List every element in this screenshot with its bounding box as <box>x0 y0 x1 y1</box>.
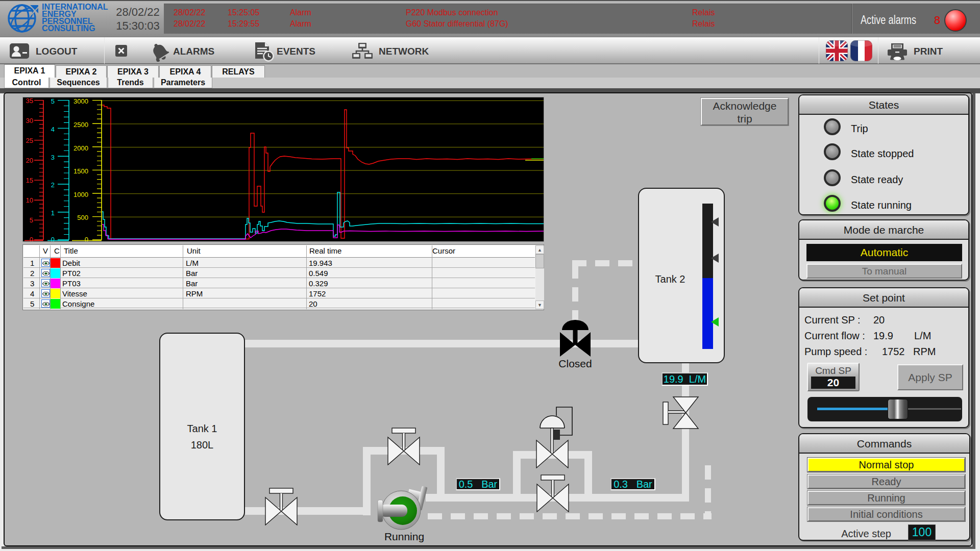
svg-text:0: 0 <box>85 236 88 241</box>
svg-text:5: 5 <box>51 97 55 105</box>
svg-text:25: 25 <box>26 137 33 144</box>
svg-text:2000: 2000 <box>74 144 88 152</box>
svg-text:2500: 2500 <box>74 121 88 129</box>
svg-text:5: 5 <box>30 216 33 224</box>
svg-text:0: 0 <box>51 236 55 241</box>
svg-text:4: 4 <box>51 126 55 133</box>
svg-text:500: 500 <box>77 214 88 221</box>
svg-text:3000: 3000 <box>74 97 88 105</box>
svg-text:30: 30 <box>26 117 33 124</box>
svg-text:3: 3 <box>51 154 55 161</box>
svg-text:20: 20 <box>26 157 33 164</box>
svg-text:10: 10 <box>26 196 33 204</box>
svg-text:1: 1 <box>51 209 55 217</box>
svg-text:2: 2 <box>51 181 55 189</box>
svg-text:0: 0 <box>30 236 33 241</box>
svg-text:35: 35 <box>26 97 33 105</box>
svg-text:1000: 1000 <box>74 191 88 198</box>
svg-text:15: 15 <box>26 177 33 184</box>
svg-text:1500: 1500 <box>74 167 88 175</box>
